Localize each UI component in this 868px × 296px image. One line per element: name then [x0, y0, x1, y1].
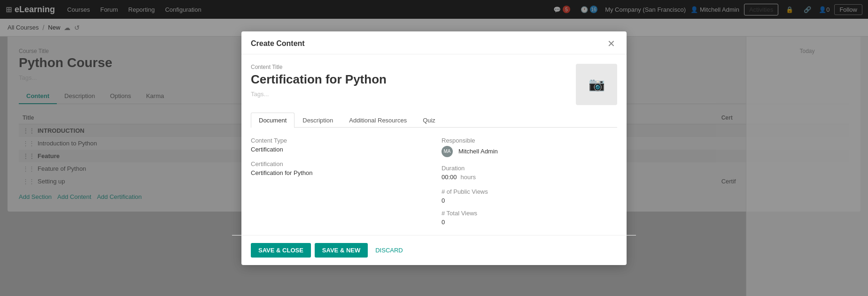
discard-button[interactable]: DISCARD — [372, 243, 407, 258]
modal-header: Create Content ✕ — [241, 31, 627, 54]
total-views-label: # Total Views — [442, 210, 617, 217]
modal-title: Create Content — [251, 39, 305, 48]
modal-content-header: Content Title Certification for Python T… — [251, 64, 617, 105]
modal-footer: SAVE & CLOSE SAVE & NEW DISCARD — [241, 235, 627, 265]
content-title-label: Content Title — [251, 64, 568, 70]
modal-tab-additional-resources[interactable]: Additional Resources — [341, 113, 415, 128]
duration-value-row: 00:00 hours — [442, 174, 617, 181]
certification-field: Certification Certification for Python — [251, 160, 426, 176]
duration-label: Duration — [442, 165, 617, 172]
responsible-value[interactable]: Mitchell Admin — [458, 148, 498, 155]
right-fields: Responsible MA Mitchell Admin Duration 0… — [442, 137, 617, 226]
public-views-field: # of Public Views 0 — [442, 188, 617, 204]
modal-body: Content Title Certification for Python T… — [241, 54, 627, 226]
left-fields: Content Type Certification Certification… — [251, 137, 426, 226]
duration-value[interactable]: 00:00 — [442, 174, 457, 181]
modal-tab-document[interactable]: Document — [251, 113, 294, 128]
content-image-upload[interactable]: 📷 — [576, 64, 617, 105]
content-title-value: Certification for Python — [251, 72, 568, 87]
save-new-button[interactable]: SAVE & NEW — [315, 243, 368, 258]
total-views-value: 0 — [442, 219, 617, 226]
certification-label: Certification — [251, 160, 426, 167]
modal-tab-description[interactable]: Description — [294, 113, 341, 128]
camera-icon: 📷 — [589, 76, 605, 92]
modal-overlay: Create Content ✕ Content Title Certifica… — [0, 0, 868, 296]
modal-title-area: Content Title Certification for Python T… — [251, 64, 568, 98]
create-content-modal: Create Content ✕ Content Title Certifica… — [241, 31, 627, 265]
content-type-value[interactable]: Certification — [251, 146, 426, 153]
content-type-field: Content Type Certification — [251, 137, 426, 153]
modal-tabs: Document Description Additional Resource… — [251, 113, 617, 128]
responsible-label: Responsible — [442, 137, 617, 144]
save-close-button[interactable]: SAVE & CLOSE — [251, 243, 311, 258]
public-views-label: # of Public Views — [442, 188, 617, 195]
public-views-value: 0 — [442, 197, 617, 204]
modal-tab-quiz[interactable]: Quiz — [415, 113, 443, 128]
responsible-field: Responsible MA Mitchell Admin — [442, 137, 617, 157]
content-type-label: Content Type — [251, 137, 426, 144]
duration-field: Duration 00:00 hours — [442, 165, 617, 181]
total-views-field: # Total Views 0 — [442, 210, 617, 226]
responsible-avatar: MA — [442, 146, 453, 157]
modal-close-button[interactable]: ✕ — [605, 39, 617, 48]
modal-form-fields: Content Type Certification Certification… — [251, 137, 617, 226]
certification-value[interactable]: Certification for Python — [251, 169, 426, 176]
duration-unit: hours — [461, 174, 476, 181]
responsible-value-row: MA Mitchell Admin — [442, 146, 617, 157]
tags-input[interactable]: Tags... — [251, 91, 568, 98]
